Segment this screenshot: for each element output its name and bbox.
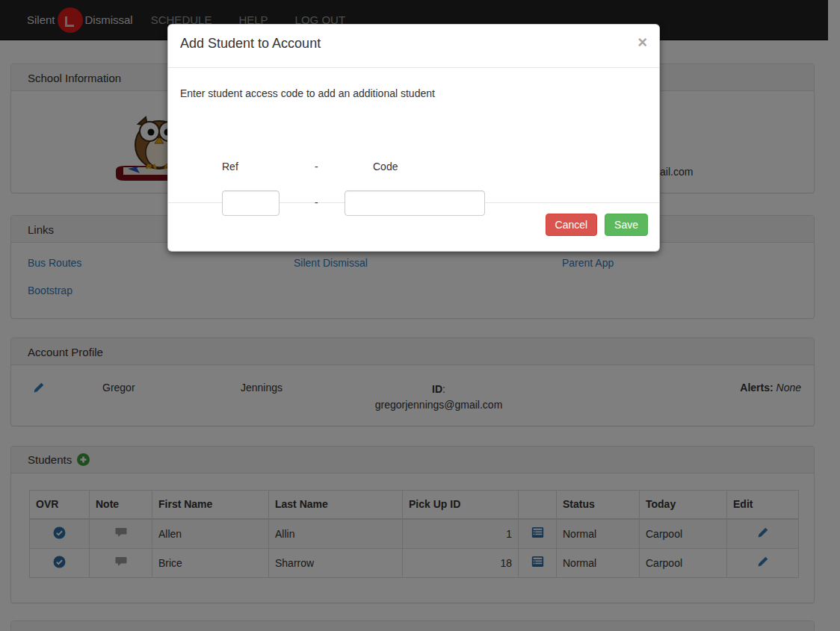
modal-title: Add Student to Account: [180, 36, 321, 52]
code-label: Code: [373, 161, 398, 172]
add-student-modal: Add Student to Account × Enter student a…: [167, 24, 660, 252]
separator-between-inputs: -: [315, 196, 318, 208]
ref-label: Ref: [222, 161, 238, 172]
save-button[interactable]: Save: [605, 214, 648, 236]
modal-header: Add Student to Account ×: [168, 25, 659, 68]
cancel-button[interactable]: Cancel: [546, 214, 598, 236]
modal-body: Enter student access code to add an addi…: [168, 68, 659, 202]
ref-input[interactable]: [222, 190, 280, 216]
separator-label: -: [315, 161, 318, 172]
modal-instruction: Enter student access code to add an addi…: [180, 87, 435, 99]
close-icon[interactable]: ×: [637, 36, 647, 49]
code-input[interactable]: [345, 190, 485, 216]
